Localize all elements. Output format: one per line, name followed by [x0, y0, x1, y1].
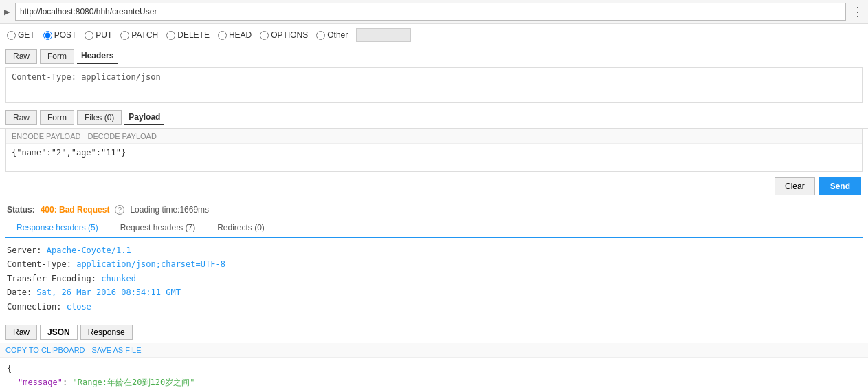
response-headers-content: Server: Apache-Coyote/1.1 Content-Type: … [0, 238, 868, 319]
tab-body-raw[interactable]: Raw [5, 325, 37, 340]
request-tab-bar: Raw Form Headers [0, 46, 868, 67]
json-message-row: "message": "Range:年龄在20到120岁之间" [7, 376, 861, 389]
action-bar: Clear Send [0, 172, 868, 201]
payload-content: {"name":"2","age":"11"} [6, 144, 862, 171]
tab-body-response[interactable]: Response [80, 325, 133, 340]
tab-raw-body[interactable]: Raw [5, 110, 37, 125]
expand-icon[interactable]: ▶ [4, 8, 10, 17]
decode-payload-button[interactable]: DECODE PAYLOAD [87, 132, 156, 140]
response-header-row: Connection: close [7, 300, 861, 314]
header-content: Content-Type: application/json [6, 68, 862, 102]
tab-form-body[interactable]: Form [40, 110, 74, 125]
json-open-brace: { [7, 362, 861, 376]
status-label: Status: [7, 205, 35, 215]
response-tabs: Response headers (5) Request headers (7)… [5, 219, 863, 238]
tab-response-headers[interactable]: Response headers (5) [5, 219, 109, 238]
tab-files-body[interactable]: Files (0) [77, 110, 122, 125]
tab-body-json[interactable]: JSON [40, 325, 78, 340]
response-header-row: Transfer-Encoding: chunked [7, 272, 861, 285]
top-bar: ▶ ⋮ [0, 0, 868, 24]
response-header-row: Date: Sat, 26 Mar 2016 08:54:11 GMT [7, 285, 861, 299]
tab-redirects[interactable]: Redirects (0) [206, 219, 276, 237]
headers-content-area: Content-Type: application/json [5, 67, 863, 103]
url-input[interactable] [15, 3, 846, 21]
method-post[interactable]: POST [43, 30, 77, 40]
method-other[interactable]: Other [316, 30, 348, 40]
method-other-input[interactable] [356, 28, 411, 42]
method-head[interactable]: HEAD [218, 30, 252, 40]
copy-to-clipboard-button[interactable]: COPY TO CLIPBOARD [5, 346, 85, 354]
tab-payload-body[interactable]: Payload [124, 110, 164, 125]
method-put[interactable]: PUT [85, 30, 112, 40]
menu-icon[interactable]: ⋮ [852, 4, 864, 19]
tab-request-headers[interactable]: Request headers (7) [109, 219, 206, 237]
save-as-file-button[interactable]: SAVE AS FILE [92, 346, 142, 354]
loading-time: Loading time:1669ms [130, 205, 209, 215]
method-options[interactable]: OPTIONS [260, 30, 308, 40]
method-delete[interactable]: DELETE [166, 30, 210, 40]
response-header-row: Server: Apache-Coyote/1.1 [7, 243, 861, 257]
tab-headers-request[interactable]: Headers [77, 49, 118, 64]
status-value: 400: Bad Request [41, 205, 110, 215]
help-icon[interactable]: ? [115, 205, 124, 215]
status-bar: Status: 400: Bad Request ? Loading time:… [0, 201, 868, 219]
response-body-toolbar: COPY TO CLIPBOARD SAVE AS FILE [0, 343, 868, 358]
encode-payload-button[interactable]: ENCODE PAYLOAD [12, 132, 80, 140]
body-tab-bar: Raw Form Files (0) Payload [0, 107, 868, 129]
method-get[interactable]: GET [7, 30, 35, 40]
json-response-body: { "message": "Range:年龄在20到120岁之间" "code"… [0, 358, 868, 390]
method-patch[interactable]: PATCH [120, 30, 158, 40]
tab-raw-request[interactable]: Raw [5, 49, 37, 64]
payload-content-area: ENCODE PAYLOAD DECODE PAYLOAD {"name":"2… [5, 129, 863, 172]
response-header-row: Content-Type: application/json;charset=U… [7, 257, 861, 271]
method-bar: GET POST PUT PATCH DELETE HEAD OPTIONS O… [0, 24, 868, 46]
send-button[interactable]: Send [819, 177, 861, 195]
tab-form-request[interactable]: Form [40, 49, 74, 64]
clear-button[interactable]: Clear [775, 177, 815, 195]
response-body-tabs: Raw JSON Response [0, 322, 868, 343]
payload-toolbar: ENCODE PAYLOAD DECODE PAYLOAD [6, 129, 862, 144]
